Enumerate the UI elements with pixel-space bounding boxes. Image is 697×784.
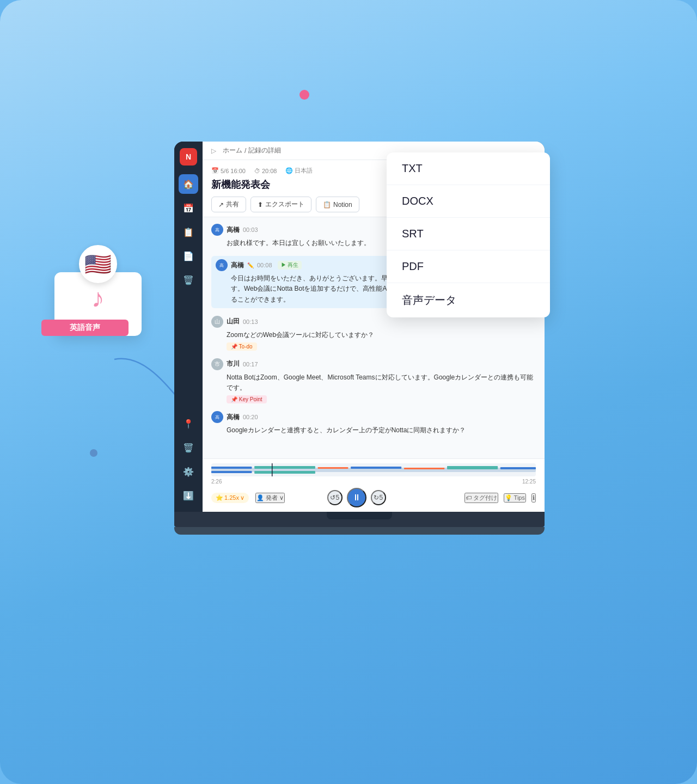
- svg-rect-8: [404, 468, 445, 469]
- export-srt[interactable]: SRT: [387, 218, 550, 250]
- speaker-row-5: 高 高橋 00:20: [211, 411, 536, 423]
- sidebar-pin-icon[interactable]: 📍: [179, 414, 198, 433]
- notion-icon: 📋: [323, 201, 331, 209]
- replay-badge-2[interactable]: ▶ 再生: [278, 261, 302, 270]
- svg-rect-4: [254, 466, 315, 469]
- transcript-text-3: ZoomなどのWeb会議ツールに対応していますか？: [211, 330, 536, 340]
- recording-duration: ⏱ 20:08: [254, 167, 277, 175]
- sidebar-logo: N: [180, 148, 197, 166]
- current-time: 2:26: [211, 479, 222, 485]
- speaker-time-1: 00:03: [243, 226, 258, 233]
- decorative-dot-pink: [299, 90, 309, 100]
- export-pdf[interactable]: PDF: [387, 250, 550, 283]
- sidebar-home-icon[interactable]: 🏠: [179, 174, 198, 194]
- export-docx[interactable]: DOCX: [387, 185, 550, 218]
- info-button[interactable]: ℹ: [531, 493, 536, 503]
- decorative-dot-blue: [90, 449, 97, 457]
- sidebar-folder-icon[interactable]: 📋: [179, 222, 198, 242]
- sidebar-download-icon[interactable]: ⬇️: [179, 486, 198, 505]
- speaker-name-5: 高橋: [227, 413, 240, 422]
- sidebar-calendar-icon[interactable]: 📅: [179, 198, 198, 218]
- edit-icon-2[interactable]: ✏️: [247, 262, 254, 268]
- rewind-button[interactable]: ↺5: [327, 490, 343, 505]
- svg-rect-6: [318, 467, 348, 469]
- flag-icon: 🇺🇸: [79, 245, 117, 283]
- tag-todo-badge[interactable]: 📌 To-do: [227, 342, 257, 351]
- transcript-entry-3: 山 山田 00:13 ZoomなどのWeb会議ツールに対応していますか？ 📌 T…: [211, 316, 536, 351]
- svg-rect-3: [211, 471, 252, 473]
- export-audio[interactable]: 音声データ: [387, 283, 550, 317]
- sidebar-delete-icon[interactable]: 🗑️: [179, 438, 198, 457]
- calendar-icon: 📅: [211, 167, 219, 174]
- globe-icon: 🌐: [285, 167, 293, 174]
- audio-card: 🇺🇸 ♪ 英語音声: [44, 245, 152, 336]
- tag-button[interactable]: 🏷 タグ付け: [464, 493, 498, 503]
- speaker-time-2: 00:08: [257, 262, 272, 268]
- transcript-entry-5: 高 高橋 00:20 Googleカレンダーと連携すると、カレンダー上の予定がN…: [211, 411, 536, 436]
- avatar-4: 市: [211, 358, 223, 370]
- transcript-text-5: Googleカレンダーと連携すると、カレンダー上の予定がNottaに同期されます…: [211, 425, 536, 436]
- music-icon: ♪: [91, 283, 105, 313]
- svg-rect-2: [211, 467, 252, 469]
- transcript-entry-4: 市 市川 00:17 Notta BotはZoom、Google Meet、Mi…: [211, 358, 536, 403]
- avatar-2: 高: [216, 259, 228, 271]
- svg-rect-7: [351, 467, 401, 469]
- export-button[interactable]: ⬆ エクスポート: [250, 197, 311, 212]
- speaker-row-3: 山 山田 00:13: [211, 316, 536, 328]
- audio-label: 英語音声: [41, 320, 129, 336]
- time-row: 2:26 12:25: [211, 479, 536, 485]
- share-button[interactable]: ↗ 共有: [211, 197, 246, 212]
- share-icon: ↗: [218, 201, 224, 209]
- sidebar: N 🏠 📅 📋 📄 🗑️ 📍 🗑️ ⚙️ ⬇️: [174, 142, 203, 512]
- laptop-notch: [327, 512, 392, 519]
- speaker-row-4: 市 市川 00:17: [211, 358, 536, 370]
- recording-language: 🌐 日本語: [285, 167, 313, 175]
- speaker-name-4: 市川: [227, 359, 240, 369]
- breadcrumb-detail[interactable]: 記録の詳細: [248, 146, 281, 155]
- svg-rect-10: [500, 467, 536, 469]
- speaker-name-3: 山田: [227, 317, 240, 326]
- total-time: 12:25: [522, 479, 536, 485]
- laptop-stand: [174, 527, 545, 535]
- recording-date: 📅 5/6 16:00: [211, 167, 246, 175]
- avatar-1: 高: [211, 224, 223, 236]
- speed-button[interactable]: ⭐ 1.25x ∨: [211, 493, 249, 503]
- avatar-5: 高: [211, 411, 223, 423]
- controls-row: ⭐ 1.25x ∨ 👤 発者 ∨ ↺5 ⏸ ↻5 🏷 タグ付け: [211, 488, 536, 507]
- sidebar-bottom: 📍 🗑️ ⚙️ ⬇️: [179, 414, 198, 505]
- speaker-time-5: 00:20: [243, 414, 258, 420]
- export-dropdown: TXT DOCX SRT PDF 音声データ: [387, 152, 550, 317]
- svg-rect-5: [254, 471, 315, 474]
- speaker-name-2: 高橋: [231, 261, 244, 270]
- player-bar: 2:26 12:25 ⭐ 1.25x ∨ 👤 発者 ∨ ↺5 ⏸ ↻5: [203, 458, 545, 512]
- avatar-3: 山: [211, 316, 223, 328]
- speaker-time-3: 00:13: [243, 318, 258, 325]
- pause-button[interactable]: ⏸: [347, 488, 366, 507]
- clock-icon: ⏱: [254, 168, 260, 174]
- forward-button[interactable]: ↻5: [371, 490, 386, 505]
- waveform: [211, 463, 536, 476]
- sidebar-doc-icon[interactable]: 📄: [179, 246, 198, 266]
- tips-button[interactable]: 💡 Tips: [504, 493, 526, 503]
- right-controls: 🏷 タグ付け 💡 Tips ℹ: [464, 493, 536, 503]
- laptop-base: [174, 512, 545, 527]
- breadcrumb-separator: /: [244, 147, 246, 155]
- speaker-button[interactable]: 👤 発者 ∨: [255, 493, 285, 503]
- sidebar-settings-icon[interactable]: ⚙️: [179, 462, 198, 481]
- transcript-text-4: Notta BotはZoom、Google Meet、Microsoft Tea…: [211, 372, 536, 393]
- export-icon: ⬆: [258, 201, 263, 209]
- notion-button[interactable]: 📋 Notion: [316, 197, 359, 212]
- svg-rect-9: [447, 466, 498, 469]
- tag-keypoint-badge[interactable]: 📌 Key Point: [227, 395, 267, 403]
- sidebar-trash-icon[interactable]: 🗑️: [179, 270, 198, 290]
- expand-icon[interactable]: ▷: [211, 147, 216, 155]
- speaker-time-4: 00:17: [243, 361, 258, 367]
- export-txt[interactable]: TXT: [387, 152, 550, 185]
- play-controls: ↺5 ⏸ ↻5: [327, 488, 386, 507]
- speaker-name-1: 高橋: [227, 225, 240, 235]
- breadcrumb-home[interactable]: ホーム: [223, 146, 242, 155]
